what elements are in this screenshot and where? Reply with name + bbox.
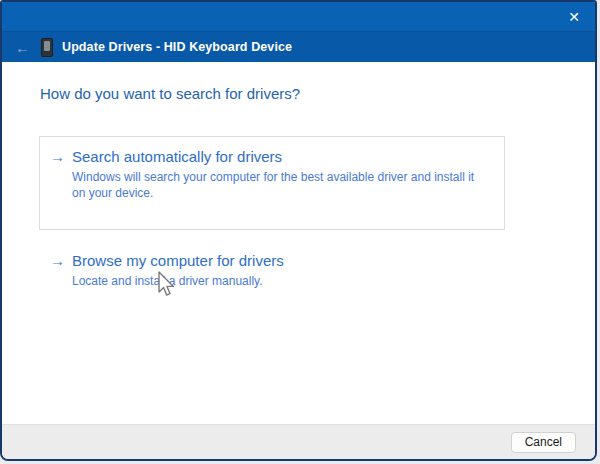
option-description: Locate and install a driver manually. — [72, 274, 284, 290]
option-browse-computer[interactable]: → Browse my computer for drivers Locate … — [39, 252, 595, 290]
option-description: Windows will search your computer for th… — [72, 170, 490, 202]
close-button[interactable]: ✕ — [553, 2, 595, 31]
title-bar: ✕ — [2, 2, 595, 31]
arrow-right-icon: → — [50, 148, 65, 166]
back-button[interactable]: ← — [15, 40, 35, 55]
close-icon: ✕ — [568, 10, 580, 24]
option-title[interactable]: Search automatically for drivers — [72, 148, 490, 166]
dialog-title: Update Drivers - HID Keyboard Device — [62, 40, 292, 54]
hid-device-icon-screen — [44, 41, 50, 51]
wizard-header: ← Update Drivers - HID Keyboard Device — [2, 31, 595, 62]
back-arrow-icon: ← — [15, 39, 30, 56]
option-title[interactable]: Browse my computer for drivers — [72, 252, 284, 270]
arrow-right-icon: → — [50, 252, 65, 270]
option-search-automatically[interactable]: → Search automatically for drivers Windo… — [39, 136, 505, 230]
cancel-button[interactable]: Cancel — [511, 432, 576, 453]
dialog-footer: Cancel — [2, 424, 595, 459]
hid-device-icon — [41, 38, 53, 57]
page-heading: How do you want to search for drivers? — [40, 85, 595, 102]
dialog-body: How do you want to search for drivers? →… — [2, 62, 595, 424]
screen: ✕ ← Update Drivers - HID Keyboard Device… — [0, 0, 600, 464]
update-drivers-dialog: ✕ ← Update Drivers - HID Keyboard Device… — [0, 0, 597, 461]
